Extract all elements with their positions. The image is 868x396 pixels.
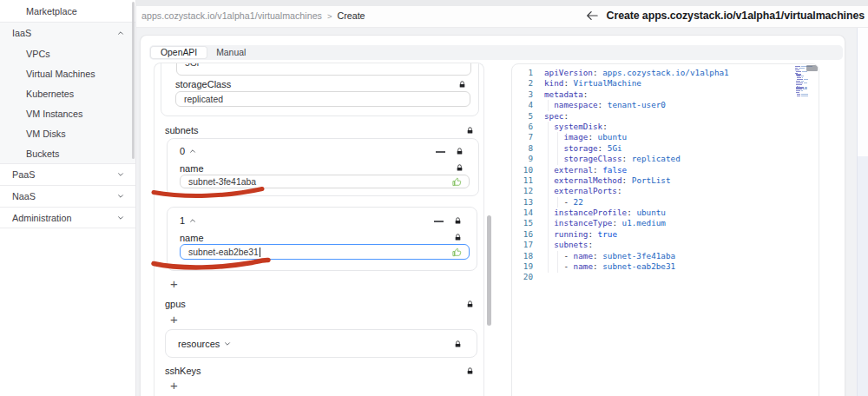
sidebar-item-vpcs[interactable]: VPCs [0, 43, 135, 63]
line-text: externalPorts: [533, 186, 622, 196]
sidebar-nav: MarketplaceIaaSVPCsVirtual MachinesKuber… [0, 0, 136, 396]
drawer-header: Create apps.cozystack.io/v1alpha1/virtua… [586, 10, 865, 22]
subnet-1-name-label: name [180, 233, 204, 243]
subnet-1-lock-icon[interactable] [454, 216, 462, 226]
line-text: - 22 [533, 197, 583, 208]
create-form-card: OpenAPI Manual 5Gi storageClass replicat… [140, 35, 845, 396]
resources-expand-header[interactable]: resources [178, 339, 231, 349]
storage-input-value: 5Gi [185, 63, 199, 68]
subnet-1-name-input[interactable]: subnet-eab2be31 [180, 244, 470, 260]
storage-input-truncated[interactable]: 5Gi [176, 63, 471, 76]
line-number: 13 [512, 197, 533, 208]
line-number: 14 [512, 208, 533, 218]
add-gpu-button[interactable]: + [170, 314, 178, 326]
subnets-lock-icon[interactable] [466, 126, 474, 135]
subnet-item-card-0: 0 name subnet-3fe41aba [167, 138, 479, 196]
tab-manual[interactable]: Manual [207, 47, 255, 59]
storageclass-input-value: replicated [184, 95, 223, 104]
line-text: namespace: tenant-user0 [533, 100, 666, 110]
code-line[interactable]: 2kind: VirtualMachine [512, 78, 819, 89]
subnet-0-approve-icon[interactable] [452, 177, 462, 187]
text-cursor [260, 248, 260, 257]
sidebar-item-label: NaaS [12, 191, 36, 201]
sidebar-item-naas[interactable]: NaaS [0, 185, 135, 207]
sidebar-items-host: MarketplaceIaaSVPCsVirtual MachinesKuber… [0, 0, 135, 228]
tab-openapi[interactable]: OpenAPI [151, 47, 207, 59]
code-line[interactable]: 1apiVersion: apps.cozystack.io/v1alpha1 [512, 68, 819, 78]
subnet-0-remove-button[interactable] [434, 146, 446, 158]
code-line[interactable]: 12 externalPorts: [512, 186, 819, 196]
chevron-up-icon [117, 30, 124, 36]
code-line[interactable]: 18 - name: subnet-3fe41aba [512, 251, 819, 261]
sidebar-item-iaas[interactable]: IaaS [0, 22, 135, 43]
form-scrollbar-thumb[interactable] [487, 215, 491, 326]
breadcrumb-path-link[interactable]: apps.cozystack.io/v1alpha1/virtualmachin… [141, 10, 322, 21]
minimap-slider[interactable] [806, 65, 818, 71]
sidebar-item-buckets[interactable]: Buckets [0, 143, 135, 163]
line-text: storageClass: replicated [533, 154, 681, 164]
chevron-up-icon [189, 217, 196, 224]
code-line[interactable]: 8 storage: 5Gi [512, 143, 819, 154]
sidebar-scrollbar[interactable] [132, 2, 135, 159]
app-root: MarketplaceIaaSVPCsVirtual MachinesKuber… [0, 0, 868, 396]
subnet-1-remove-button[interactable] [432, 215, 444, 228]
yaml-editor[interactable]: 1apiVersion: apps.cozystack.io/v1alpha12… [511, 63, 819, 396]
code-line[interactable]: 16 running: true [512, 229, 819, 240]
subnet-0-index: 0 [180, 146, 185, 156]
line-number: 16 [512, 229, 533, 240]
subnet-1-approve-icon[interactable] [452, 248, 462, 257]
subnet-0-name-input[interactable]: subnet-3fe41aba [180, 175, 470, 188]
code-line[interactable]: 4 namespace: tenant-user0 [512, 100, 819, 110]
code-line[interactable]: 15 instanceType: u1.medium [512, 218, 819, 228]
resources-lock-icon[interactable] [454, 340, 462, 349]
gpus-lock-icon[interactable] [466, 300, 474, 309]
add-subnet-button[interactable]: + [170, 278, 178, 290]
sidebar-item-label: Marketplace [26, 6, 77, 16]
sidebar-item-vm-disks[interactable]: VM Disks [0, 123, 135, 143]
subnet-1-index: 1 [180, 215, 185, 226]
line-number: 4 [512, 100, 533, 110]
line-text: spec: [533, 111, 569, 122]
sidebar-item-kubernetes[interactable]: Kubernetes [0, 83, 135, 103]
line-number: 9 [512, 154, 533, 164]
line-text: subnets: [533, 240, 593, 250]
sidebar-item-label: Administration [12, 213, 71, 223]
sidebar-item-label: VM Instances [26, 109, 82, 119]
line-text [533, 272, 544, 282]
window-top-strip [136, 0, 868, 6]
code-line[interactable]: 3metadata: [512, 89, 819, 100]
line-text: metadata: [533, 89, 588, 100]
code-line[interactable]: 11 externalMethod: PortList [512, 175, 819, 186]
back-arrow-icon[interactable] [586, 10, 598, 21]
sidebar-item-marketplace[interactable]: Marketplace [0, 0, 135, 22]
code-line[interactable]: 10 external: false [512, 165, 819, 175]
sshkeys-lock-icon[interactable] [466, 366, 474, 376]
sidebar-item-virtual-machines[interactable]: Virtual Machines [0, 63, 135, 83]
storageclass-lock-icon[interactable] [458, 80, 466, 89]
code-line[interactable]: 19 - name: subnet-eab2be31 [512, 261, 819, 272]
code-line[interactable]: 7 image: ubuntu [512, 132, 819, 142]
code-line[interactable]: 14 instanceProfile: ubuntu [512, 208, 819, 218]
subnet-0-lock-icon[interactable] [456, 147, 464, 156]
code-line[interactable]: 6 systemDisk: [512, 122, 819, 132]
line-number: 7 [512, 132, 533, 142]
storageclass-input[interactable]: replicated [175, 91, 470, 107]
storageclass-label: storageClass [175, 79, 231, 89]
line-text: systemDisk: [533, 122, 608, 132]
sidebar-item-administration[interactable]: Administration [0, 207, 135, 228]
sidebar-item-paas[interactable]: PaaS [0, 163, 135, 185]
subnet-1-collapse-header[interactable]: 1 [180, 215, 196, 226]
subnet-0-collapse-header[interactable]: 0 [180, 146, 196, 156]
chevron-down-icon [117, 214, 124, 221]
subnet-1-name-lock-icon[interactable] [454, 233, 462, 242]
code-line[interactable]: 20 [512, 272, 819, 282]
subnet-0-name-lock-icon[interactable] [456, 163, 464, 173]
chevron-down-icon [117, 193, 124, 200]
add-sshkey-button[interactable]: + [170, 380, 178, 392]
sidebar-item-vm-instances[interactable]: VM Instances [0, 103, 135, 123]
code-line[interactable]: 17 subnets: [512, 240, 819, 250]
code-line[interactable]: 13 - 22 [512, 197, 819, 208]
code-line[interactable]: 9 storageClass: replicated [512, 154, 819, 164]
line-number: 12 [512, 186, 533, 196]
code-line[interactable]: 5spec: [512, 111, 819, 122]
